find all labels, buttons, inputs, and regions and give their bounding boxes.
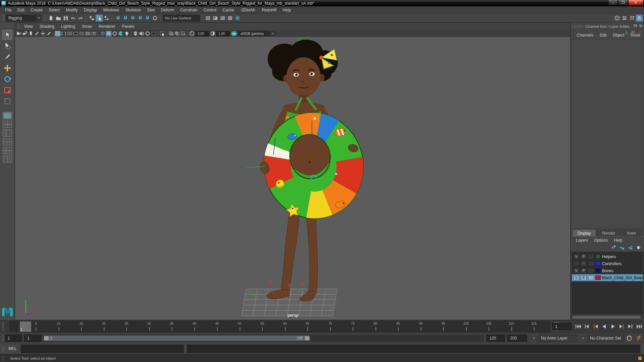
layout-persp-outliner[interactable] <box>3 129 12 137</box>
menu-display[interactable]: Display <box>81 6 100 14</box>
layer-color-swatch[interactable] <box>595 261 601 266</box>
toolbar-separator[interactable] <box>85 14 88 22</box>
maximize-button[interactable]: ❐ <box>618 0 628 5</box>
wireframe-display-icon[interactable] <box>100 31 106 37</box>
layout-four-view[interactable] <box>3 121 12 128</box>
scale-tool[interactable] <box>2 85 12 95</box>
select-camera-icon[interactable] <box>16 31 22 37</box>
channel-box-icon[interactable] <box>636 14 643 22</box>
close-button[interactable]: ✕ <box>628 0 643 5</box>
grid-toggle-icon[interactable] <box>55 31 61 37</box>
go-to-end-button[interactable] <box>635 323 643 330</box>
pane-layout-split-icon[interactable] <box>174 31 180 37</box>
menu-modify[interactable]: Modify <box>63 6 80 14</box>
select-by-hierarchy-icon[interactable] <box>88 14 96 22</box>
anim-layer-dropdown[interactable]: No Anim Layer <box>538 335 578 342</box>
move-pivot-icon[interactable] <box>40 31 46 37</box>
layer-visibility-toggle[interactable]: V <box>573 268 579 273</box>
render-current-frame-icon[interactable] <box>212 14 219 22</box>
undo-icon[interactable] <box>69 14 77 22</box>
character-set-dropdown[interactable]: No Character Set <box>587 335 624 342</box>
dock-header[interactable]: Channel Box / Layer Editor ❐ ✕ <box>571 22 644 31</box>
menu-redshift[interactable]: Redshift <box>259 6 280 14</box>
go-to-start-button[interactable] <box>574 323 582 330</box>
grease-pencil-icon[interactable] <box>34 31 40 37</box>
sketch-tool-icon[interactable] <box>46 31 52 37</box>
move-tool[interactable] <box>2 63 12 73</box>
gate-mask-icon[interactable] <box>73 31 79 37</box>
help-grip[interactable] <box>2 356 5 361</box>
select-tool[interactable] <box>2 30 12 40</box>
layer-playback-toggle[interactable]: P <box>581 268 587 273</box>
layer-playback-toggle[interactable]: P <box>581 261 587 266</box>
panel-menu-panels[interactable]: Panels <box>119 24 138 29</box>
ipr-render-icon[interactable] <box>219 14 226 22</box>
dock-popout-button[interactable]: ❐ <box>633 24 638 28</box>
layout-single-persp[interactable] <box>3 112 12 119</box>
playback-end-field[interactable]: 120 <box>486 335 505 342</box>
menu-control[interactable]: Control <box>201 6 220 14</box>
toolbar-separator[interactable] <box>157 31 159 36</box>
toolbar-separator[interactable] <box>130 31 132 36</box>
menu-edit[interactable]: Edit <box>14 6 28 14</box>
menu-help[interactable]: Help <box>280 6 294 14</box>
layer-display-type-toggle[interactable] <box>588 268 594 273</box>
shaded-display-icon[interactable] <box>106 31 112 37</box>
camera-attributes-icon[interactable] <box>22 31 28 37</box>
animation-start-field[interactable]: 1 <box>24 335 42 342</box>
no-manipulator-icon[interactable] <box>630 30 636 37</box>
snap-to-view-plane-icon[interactable] <box>144 14 151 22</box>
panel-menu-renderer[interactable]: Renderer <box>95 24 119 29</box>
script-editor-icon[interactable] <box>638 356 642 361</box>
film-gate-icon[interactable] <box>61 31 67 37</box>
live-surface-field[interactable]: No Live Surface <box>163 15 200 21</box>
render-view-icon[interactable] <box>204 14 212 22</box>
open-scene-icon[interactable] <box>55 14 62 22</box>
menu-select[interactable]: Select <box>46 6 63 14</box>
layer-row[interactable]: PControllers <box>572 260 643 267</box>
time-slider[interactable]: 1 51015202530354045505560657075808590951… <box>9 321 550 332</box>
menu-cache[interactable]: Cache <box>219 6 237 14</box>
step-back-key-button[interactable] <box>592 323 600 330</box>
panel-menu-shading[interactable]: Shading <box>36 24 58 29</box>
make-live-icon[interactable] <box>151 14 159 22</box>
tab-anim[interactable]: Anim <box>622 229 641 236</box>
layer-color-swatch[interactable] <box>595 254 601 259</box>
tool-settings-icon[interactable] <box>628 14 636 22</box>
wireframe-on-shaded-icon[interactable] <box>112 31 118 37</box>
select-by-component-icon[interactable] <box>103 14 110 22</box>
layer-menu-layers[interactable]: Layers <box>573 238 591 243</box>
menu-set-dropdown[interactable]: Rigging ▼ <box>6 15 42 21</box>
xray-joints-icon[interactable] <box>132 31 139 37</box>
paint-select-tool[interactable] <box>2 52 12 62</box>
layer-row[interactable]: VPHelpers <box>572 253 643 260</box>
new-scene-icon[interactable] <box>47 14 55 22</box>
pane-layout-single-icon[interactable] <box>168 31 174 37</box>
layer-color-swatch[interactable] <box>595 276 601 280</box>
color-management-toggle[interactable]: ON <box>231 31 237 36</box>
exposure-icon[interactable] <box>189 31 195 37</box>
safe-title-icon[interactable] <box>91 31 97 37</box>
snap-to-grid-icon[interactable] <box>114 14 122 22</box>
toolbar-separator[interactable] <box>159 14 162 22</box>
channel-box-empty-area[interactable] <box>572 40 643 228</box>
save-scene-icon[interactable] <box>62 14 69 22</box>
contrast-icon[interactable] <box>210 31 216 37</box>
toolbar-separator[interactable] <box>111 14 114 22</box>
create-layer-from-selected-icon[interactable] <box>635 244 642 250</box>
toolbar-separator[interactable] <box>201 14 204 22</box>
menu-create[interactable]: Create <box>28 6 46 14</box>
auto-keyframe-icon[interactable] <box>625 334 633 342</box>
play-backwards-button[interactable] <box>600 323 608 330</box>
move-layer-down-icon[interactable] <box>619 244 625 250</box>
step-forward-frame-button[interactable] <box>627 323 635 330</box>
snap-to-point-icon[interactable] <box>129 14 137 22</box>
bookmarks-icon[interactable] <box>28 31 34 37</box>
color-transform-dropdown[interactable]: sRGB gamma▼ <box>238 31 276 36</box>
last-used-tool[interactable] <box>2 96 12 106</box>
layout-persp-uv[interactable] <box>3 156 12 163</box>
layer-display-type-toggle[interactable] <box>588 261 594 266</box>
display-render-globe-icon[interactable] <box>234 14 241 22</box>
contrast-field[interactable]: 1.00 <box>216 31 230 36</box>
range-grip[interactable] <box>2 335 5 341</box>
